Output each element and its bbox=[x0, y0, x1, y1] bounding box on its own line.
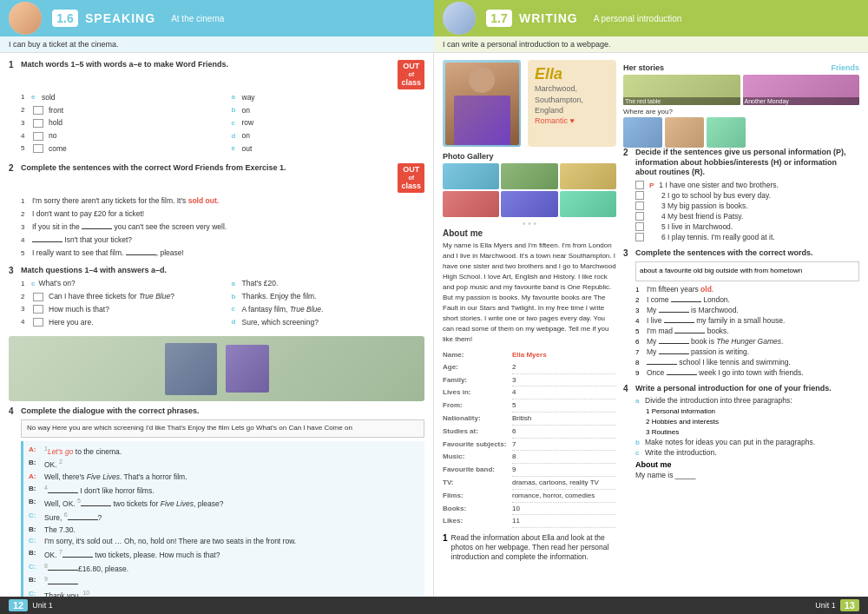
ex1-col-left: 1esold 2front 3hold 4no 5come bbox=[21, 92, 214, 156]
story-caption-2: Another Monday bbox=[743, 97, 860, 105]
profile-area-wrapper: Ella Marchwood,Southampton, England Roma… bbox=[443, 60, 859, 564]
ex3-a: aThat's £20. bbox=[232, 278, 425, 289]
gallery-img-1 bbox=[443, 163, 499, 189]
dial-line-3: A:Well, there's Five Lives. That's a hor… bbox=[29, 472, 419, 483]
right-ex4-a: a Divide the introduction into three par… bbox=[635, 396, 859, 405]
profile-card: Ella Marchwood,Southampton, England Roma… bbox=[443, 60, 616, 147]
band-value: 9 bbox=[512, 465, 616, 477]
profile-row-family: Family: 3 bbox=[443, 375, 616, 387]
ex1-row-2: 2front bbox=[21, 105, 214, 116]
from-value: 5 bbox=[512, 400, 616, 413]
dial-line-11: B:9 bbox=[29, 575, 419, 588]
out-of-class-badge-1: OUTofclass bbox=[398, 60, 424, 89]
stories-area: Her stories Friends The red table Anothe… bbox=[623, 63, 859, 148]
out-of-class-badge-2: OUTofclass bbox=[398, 163, 424, 193]
exercise-2-header: 2 Complete the sentences with the correc… bbox=[9, 163, 424, 193]
gallery-img-6 bbox=[560, 191, 616, 217]
nationality-value: British bbox=[512, 413, 616, 426]
right-fill-6: 6My book is The Hunger Games. bbox=[635, 337, 859, 346]
nationality-label: Nationality: bbox=[443, 413, 512, 426]
right-ex2-title: Decide if the sentences give us personal… bbox=[635, 148, 859, 178]
films-value: romance, horror, comedies bbox=[512, 491, 616, 503]
family-value: 3 bbox=[512, 375, 616, 387]
ex2-blank-3 bbox=[82, 228, 112, 229]
read-exercise: 1 Read the information about Ella and lo… bbox=[443, 533, 616, 562]
profile-tag: Romantic ♥ bbox=[535, 116, 609, 125]
ex1-content: 1esold 2front 3hold 4no 5come away bon c… bbox=[9, 92, 424, 156]
friend-photo-3 bbox=[707, 117, 746, 148]
fill-ans-old: old bbox=[700, 285, 712, 294]
right-word-bank: about a favourite old big outside with f… bbox=[635, 261, 859, 281]
right-ex2-row-6: 6 I play tennis. I'm really good at it. bbox=[635, 233, 859, 241]
exercise-2: 2 Complete the sentences with the correc… bbox=[9, 163, 424, 259]
exercise-3: 3 Match questions 1–4 with answers a–d. … bbox=[9, 266, 424, 330]
right-exercise-2: 2 Decide if the sentences give us person… bbox=[623, 148, 859, 241]
right-cando: I can write a personal introduction to a… bbox=[434, 36, 868, 53]
read-ex-num: 1 bbox=[443, 533, 448, 562]
right-ex2-row-4: 4 My best friend is Patsy. bbox=[635, 212, 859, 221]
right-page: Ella Marchwood,Southampton, England Roma… bbox=[434, 53, 868, 597]
footer: 12 Unit 1 Unit 1 13 bbox=[0, 597, 868, 614]
page: 1.6 speaKING At the cinema 1.7 WRITING A… bbox=[0, 0, 868, 614]
my-name-text: My name is _____ bbox=[635, 471, 695, 479]
word-bank-row: about a favourite old big outside with f… bbox=[640, 266, 855, 277]
age-value: 2 bbox=[512, 362, 616, 374]
story-img-1: The red table bbox=[623, 75, 740, 105]
left-cando: I can buy a ticket at the cinema. bbox=[0, 36, 434, 53]
ex1-ans-e: eout bbox=[232, 143, 425, 155]
dial-line-2: B:OK. 2 bbox=[29, 458, 419, 471]
gallery-img-5 bbox=[501, 191, 557, 217]
gallery-img-2 bbox=[501, 163, 557, 189]
profile-photo bbox=[443, 60, 521, 147]
about-title: About me bbox=[443, 228, 616, 238]
ex2-answer-1: sold out. bbox=[188, 196, 219, 205]
gallery-img-4 bbox=[443, 191, 499, 217]
dial-line-1: A:1Let's go to the cinema. bbox=[29, 445, 419, 458]
family-label: Family: bbox=[443, 375, 512, 387]
dial-line-10: C:8£16.80, please. bbox=[29, 562, 419, 575]
right-ex3-content: about a favourite old big outside with f… bbox=[623, 261, 859, 377]
right-section-num: 1.7 bbox=[486, 10, 512, 27]
from-label: From: bbox=[443, 400, 512, 413]
ex3-c: cA fantasy film, True Blue. bbox=[232, 304, 425, 315]
books-value: 10 bbox=[512, 504, 616, 516]
stories-grid: The red table Another Monday bbox=[623, 75, 859, 105]
read-ex-title: Read the information about Ella and look… bbox=[451, 533, 616, 562]
name-label: Name: bbox=[443, 350, 512, 361]
profile-body bbox=[454, 96, 510, 145]
friends-photos bbox=[623, 117, 859, 148]
right-section-title: WRITING bbox=[519, 11, 578, 25]
ex3-d: dSure, which screening? bbox=[232, 317, 425, 328]
footer-unit-right: Unit 1 bbox=[815, 601, 836, 610]
left-avatar bbox=[9, 2, 42, 35]
profile-row-music: Music: 8 bbox=[443, 452, 616, 464]
right-header: 1.7 WRITING A personal introduction bbox=[434, 0, 868, 36]
right-section-subtitle: A personal introduction bbox=[594, 14, 682, 23]
ex1-row-1: 1esold bbox=[21, 92, 214, 103]
ex2-row-1: 1I'm sorry there aren't any tickets for … bbox=[21, 195, 424, 207]
ex2-row-4: 4 Isn't that your ticket? bbox=[21, 234, 424, 246]
profile-table: Name: Ella Myers Age: 2 Family: 3 Live bbox=[443, 350, 616, 528]
profile-row-studies: Studies at: 6 bbox=[443, 426, 616, 439]
ex1-col-right: away bon crow don eout bbox=[232, 92, 425, 156]
dial-line-4: B:4 I don't like horror films. bbox=[29, 484, 419, 497]
profile-row-lives: Lives in: 4 bbox=[443, 387, 616, 399]
right-ex2-header: 2 Decide if the sentences give us person… bbox=[623, 148, 859, 178]
profile-left: Ella Marchwood,Southampton, England Roma… bbox=[443, 60, 616, 564]
cinema-img-person bbox=[165, 343, 217, 395]
subjects-value: 7 bbox=[512, 439, 616, 452]
films-label: Films: bbox=[443, 491, 512, 503]
ex4-title: Complete the dialogue with the correct p… bbox=[21, 406, 424, 417]
right-ex4-header: 4 Write a personal introduction for one … bbox=[623, 384, 859, 394]
story-img-2: Another Monday bbox=[743, 75, 860, 105]
ex2-row-3: 3If you sit in the you can't see the scr… bbox=[21, 221, 424, 233]
about-me-section: About me My name is Ella Myers and I'm f… bbox=[443, 228, 616, 345]
right-fill-1: 1I'm fifteen years old. bbox=[635, 285, 859, 294]
right-ex4-about: About me My name is _____ bbox=[635, 460, 859, 479]
cinema-img-person2 bbox=[226, 345, 269, 393]
footer-unit-left: Unit 1 bbox=[32, 601, 53, 610]
ex3-title: Match questions 1–4 with answers a–d. bbox=[21, 266, 424, 276]
right-ex2-content: P1 I have one sister and two brothers. 2… bbox=[623, 181, 859, 241]
left-section-title: speaKING bbox=[85, 11, 155, 25]
ex3-q3: 3How much is that? bbox=[21, 304, 214, 315]
